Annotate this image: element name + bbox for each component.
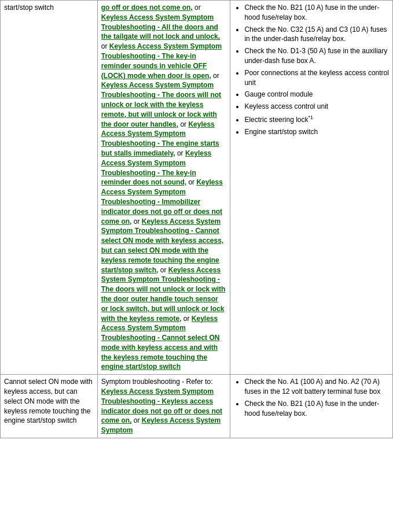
checks-list-2: Check the No. A1 (100 A) and No. A2 (70 … (234, 377, 389, 418)
check-item: Check the No. B21 (10 A) fuse in the und… (244, 3, 389, 23)
table-row: start/stop switch go off or does not com… (1, 1, 393, 375)
check-item: Engine start/stop switch (244, 127, 389, 137)
link-key-reminder-vehicle-off[interactable]: Keyless Access System Symptom Troublesho… (101, 42, 222, 79)
checks-cell-1: Check the No. B21 (10 A) fuse in the und… (230, 1, 393, 375)
superscript: *1 (308, 114, 313, 120)
symptom-text-2: Cannot select ON mode with keyless acces… (4, 378, 93, 424)
link-go-off[interactable]: go off or does not come on, (101, 3, 193, 12)
troubleshooting-cell-1: go off or does not come on, or Keyless A… (97, 1, 230, 375)
main-table-wrapper: start/stop switch go off or does not com… (0, 0, 393, 438)
troubleshooting-prefix-2: Symptom troubleshooting - Refer to: (101, 378, 213, 386)
checks-cell-2: Check the No. A1 (100 A) and No. A2 (70 … (230, 375, 393, 438)
check-item: Check the No. B21 (10 A) fuse in the und… (244, 399, 389, 419)
symptom-cell-1: start/stop switch (1, 1, 98, 375)
symptom-table: start/stop switch go off or does not com… (0, 0, 393, 438)
link-all-doors[interactable]: Keyless Access System Symptom Troublesho… (101, 13, 220, 41)
checks-list-1: Check the No. B21 (10 A) fuse in the und… (234, 3, 389, 137)
check-item: Gauge control module (244, 90, 389, 99)
check-item: Check the No. D1-3 (50 A) fuse in the au… (244, 46, 389, 66)
check-item: Poor connections at the keyless access c… (244, 68, 389, 88)
symptom-text-1: start/stop switch (4, 3, 54, 12)
check-item: Electric steering lock*1 (244, 114, 389, 125)
check-item: Check the No. A1 (100 A) and No. A2 (70 … (244, 377, 389, 397)
troubleshooting-cell-2: Symptom troubleshooting - Refer to: Keyl… (97, 375, 230, 438)
table-row: Cannot select ON mode with keyless acces… (1, 375, 393, 438)
symptom-cell-2: Cannot select ON mode with keyless acces… (1, 375, 98, 438)
check-item: Keyless access control unit (244, 102, 389, 112)
link-cannot-select-on-both[interactable]: Keyless Access System Symptom Troublesho… (101, 315, 220, 371)
check-item: Check the No. C32 (15 A) and C3 (10 A) f… (244, 25, 389, 45)
